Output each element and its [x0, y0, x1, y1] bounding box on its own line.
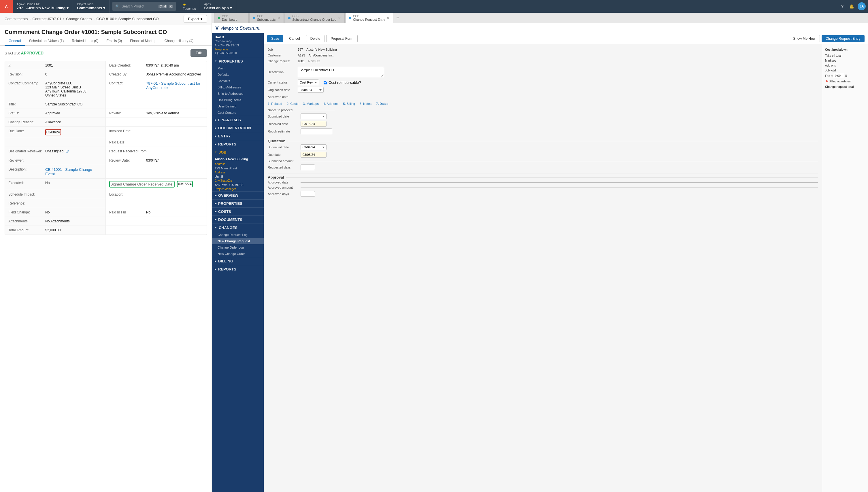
cr-markups[interactable]: Markups [825, 58, 865, 63]
avatar[interactable]: JA [858, 2, 866, 10]
sidebar-documents-header[interactable]: ▶ DOCUMENTS [212, 216, 264, 224]
proposal-button[interactable]: Proposal Form [326, 35, 358, 42]
cr-origination-select[interactable]: 03/04/24 [298, 87, 323, 93]
cr-step-addons[interactable]: 4. Add-ons [323, 101, 339, 106]
ccd-tab-subcontracts[interactable]: CCD Subcontracts ✕ [249, 13, 284, 23]
sidebar-item-user-defined[interactable]: User-Defined [212, 103, 264, 109]
sidebar-costs-header[interactable]: ▶ COSTS [212, 208, 264, 216]
ccd-tab-close[interactable]: ✕ [277, 16, 280, 20]
tab-markup[interactable]: Financial Markup [126, 36, 160, 46]
sidebar-job-properties-header[interactable]: ▶ PROPERTIES [212, 200, 264, 207]
cr-fee-input[interactable] [834, 74, 844, 78]
sidebar-item-ship-to[interactable]: Ship-to Addresses [212, 91, 264, 97]
sidebar-changes-header[interactable]: ▼ CHANGES [212, 224, 264, 231]
cr-step-markups[interactable]: 3. Markups [303, 101, 319, 106]
field-contract: Contract: 797-01 - Sample Subcontract fo… [106, 79, 207, 100]
cr-submitted-select[interactable] [300, 114, 327, 119]
sidebar-job-header[interactable]: ▼ JOB [212, 148, 264, 156]
field-attachments: Attachments: No Attachments [5, 217, 106, 226]
field-date-created: Date Created: 03/04/24 at 10:49 am [106, 61, 207, 70]
nav-favorites[interactable]: ★ Favorites [179, 0, 200, 13]
ccd-tab-close[interactable]: ✕ [338, 16, 341, 20]
sidebar-reports-header[interactable]: ▶ REPORTS [212, 140, 264, 148]
show-how-button[interactable]: Show Me How [789, 35, 820, 42]
cost-reimbursable-checkbox[interactable] [323, 81, 328, 84]
tab-general[interactable]: General [5, 36, 25, 46]
cr-step-billing[interactable]: 5. Billing [343, 101, 355, 106]
sidebar-item-billing-items[interactable]: Unit Billing Items [212, 97, 264, 103]
cr-job-total[interactable]: Job total [825, 68, 865, 73]
cancel-button[interactable]: Cancel [285, 35, 304, 42]
cr-quotation-submitted-select[interactable]: 03/04/24 [300, 144, 327, 150]
description-link[interactable]: CE #1001 - Sample Change Event [45, 167, 92, 176]
sidebar-billing-header[interactable]: ▶ BILLING [212, 257, 264, 265]
breadcrumb-change-orders[interactable]: Change Orders [66, 17, 92, 21]
cr-take-off-total[interactable]: Take off total [825, 53, 865, 58]
sidebar-item-defaults[interactable]: Defaults [212, 71, 264, 78]
sidebar-financials-header[interactable]: ▶ FINANCIALS [212, 116, 264, 124]
tab-schedule[interactable]: Schedule of Values (1) [25, 36, 68, 46]
cr-quotation-submitted-row: Submitted date 03/04/24 [268, 144, 818, 150]
delete-button[interactable]: Delete [306, 35, 325, 42]
edit-button[interactable]: Edit [191, 49, 207, 57]
sidebar-item-new-change-request[interactable]: New Change Request [212, 238, 264, 244]
cr-rough-estimate-input[interactable] [300, 128, 332, 134]
sidebar-properties-header[interactable]: ▼ PROPERTIES [212, 57, 264, 65]
cr-entry-button[interactable]: Change Request Entry [822, 35, 865, 42]
save-button[interactable]: Save [267, 35, 283, 42]
sidebar-overview-header[interactable]: ▶ OVERVIEW [212, 192, 264, 199]
page-title: Commitment Change Order #1001: Sample Su… [0, 25, 212, 36]
breadcrumb-contract[interactable]: Contract #797-01 [32, 17, 62, 21]
nav-apps[interactable]: Apps Select an App ▾ [200, 0, 236, 13]
cr-due-date-row: Due date 03/08/24 [268, 152, 818, 157]
sidebar-entry-header[interactable]: ▶ ENTRY [212, 132, 264, 140]
cr-status-select[interactable]: Cost Rev [298, 79, 319, 85]
ccd-tab-close[interactable]: ✕ [387, 16, 390, 20]
sidebar-costs: ▶ COSTS [212, 208, 264, 216]
cr-step-related[interactable]: 1. Related [268, 101, 282, 106]
nav-tools[interactable]: Project Tools Commitments ▾ [73, 0, 110, 13]
cr-description-input[interactable]: Sample Subcontract CO [298, 67, 384, 77]
ccd-tab-dashboard[interactable]: CCD Dashboard [214, 13, 249, 23]
field-status: Status: Approved [5, 109, 106, 118]
cr-requested-days-input[interactable] [300, 165, 315, 170]
sidebar-item-main[interactable]: Main [212, 65, 264, 71]
sidebar-doc-header[interactable]: ▶ DOCUMENTATION [212, 124, 264, 132]
nav-project[interactable]: Agave Demo ERP 797 - Austin's New Buildi… [13, 0, 73, 13]
add-tab-button[interactable]: + [394, 14, 402, 22]
sidebar-item-bill-to[interactable]: Bill-to Addresses [212, 84, 264, 91]
sidebar-item-cost-centers[interactable]: Cost Centers [212, 109, 264, 116]
kbd-k: K [169, 5, 173, 8]
cr-billing-adjustment[interactable]: Billing adjustment [829, 79, 851, 84]
export-button[interactable]: Export ▾ [184, 15, 207, 23]
app-logo[interactable]: A [0, 0, 13, 13]
cr-step-dates[interactable]: 7. Dates [376, 101, 388, 106]
cr-step-costs[interactable]: 2. Costs [287, 101, 298, 106]
changes-expand-icon: ▼ [215, 226, 217, 229]
breadcrumb-commitments[interactable]: Commitments [5, 17, 28, 21]
sidebar-item-contacts[interactable]: Contacts [212, 78, 264, 84]
tab-history[interactable]: Change History (4) [161, 36, 198, 46]
tab-related[interactable]: Related Items (0) [68, 36, 102, 46]
ccd-tab-change-request[interactable]: CCD Change Request Entry ✕ [345, 13, 393, 23]
tab-emails[interactable]: Emails (0) [102, 36, 126, 46]
notifications-button[interactable]: 🔔 [847, 2, 857, 10]
cr-step-notes[interactable]: 6. Notes [360, 101, 371, 106]
sidebar-documents: ▶ DOCUMENTS [212, 216, 264, 224]
cr-due-date-select[interactable]: 03/08/24 [300, 152, 327, 157]
cr-approved-days-input[interactable] [300, 191, 315, 197]
contract-link[interactable]: 797-01 - Sample Subcontract for AnyConcr… [146, 81, 200, 90]
help-button[interactable]: ? [839, 2, 846, 10]
ccd-tab-change-order-log[interactable]: CCD Subcontract Change Order Log ✕ [285, 13, 345, 23]
reviewer-help-icon[interactable]: ⓘ [66, 149, 69, 153]
sidebar-item-change-request-log[interactable]: Change Request Log [212, 231, 264, 238]
vp-logo-product: Spectrum. [240, 26, 261, 31]
sidebar-item-change-order-log[interactable]: Change Order Log [212, 244, 264, 251]
sidebar-item-new-change-order[interactable]: New Change Order [212, 251, 264, 257]
cr-add-ons[interactable]: Add-ons [825, 63, 865, 68]
sidebar-job-reports-header[interactable]: ▶ REPORTS [212, 265, 264, 273]
cr-received-select[interactable]: 03/15/24 [300, 121, 327, 127]
search-input[interactable] [122, 4, 157, 8]
cr-requested-days-row: Requested days [268, 165, 818, 170]
search-bar[interactable]: 🔍 Cmd K [113, 2, 176, 11]
